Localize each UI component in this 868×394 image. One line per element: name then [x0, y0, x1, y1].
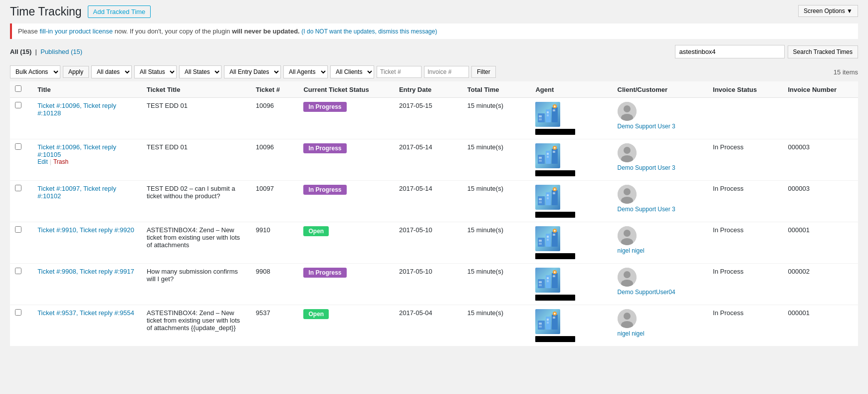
table-row: Ticket #:10097, Ticket reply #:10102TEST… — [10, 181, 858, 222]
search-tracked-times-input[interactable] — [675, 45, 785, 58]
entry-dates-filter[interactable]: All Entry Dates — [224, 65, 281, 78]
row-checkbox[interactable] — [15, 309, 21, 316]
row-action-trash[interactable]: Trash — [53, 158, 68, 165]
svg-rect-3 — [539, 115, 542, 117]
agent-name-bar — [535, 336, 575, 342]
tab-published[interactable]: Published (15) — [40, 48, 82, 55]
client-avatar-icon — [618, 185, 637, 204]
notice-dismiss-link[interactable]: (I do NOT want the updates, dismiss this… — [301, 28, 437, 35]
agent-name-bar — [535, 253, 575, 259]
invoice-status-cell: In Process — [708, 181, 783, 222]
table-row: Ticket #:9537, Ticket reply #:9554ASTEST… — [10, 305, 858, 347]
ticket-number-input[interactable] — [377, 66, 422, 78]
ticket-num-cell: 10096 — [251, 139, 299, 181]
title-link[interactable]: Ticket #:9537, Ticket reply #:9554 — [37, 309, 134, 317]
client-name-link[interactable]: Demo SupportUser04 — [618, 289, 675, 296]
ticket-title-cell: TEST EDD 01 — [142, 98, 251, 139]
title-link[interactable]: Ticket #:9908, Ticket reply #:9917 — [37, 268, 134, 275]
status-filter[interactable]: All Status — [134, 65, 177, 78]
agent-cell — [530, 305, 612, 347]
dates-filter[interactable]: All dates — [91, 65, 132, 78]
svg-point-54 — [624, 230, 631, 237]
col-header-status: Current Ticket Status — [298, 81, 394, 98]
col-header-checkbox — [10, 81, 32, 98]
apply-button[interactable]: Apply — [63, 66, 89, 78]
client-name-link[interactable]: Demo Support User 3 — [618, 164, 675, 171]
svg-rect-18 — [547, 153, 549, 155]
agent-avatar — [535, 226, 560, 251]
invoice-number-cell: 000003 — [783, 181, 859, 222]
svg-rect-48 — [539, 243, 542, 245]
svg-rect-76 — [539, 326, 542, 328]
screen-options-button[interactable]: Screen Options ▼ — [798, 5, 858, 17]
client-avatar-icon — [618, 226, 637, 245]
client-name-link[interactable]: Demo Support User 3 — [618, 123, 675, 130]
client-cell: nigel nigel — [613, 222, 708, 264]
svg-rect-5 — [553, 109, 555, 111]
client-avatar — [618, 226, 637, 245]
bulk-actions-select[interactable]: Bulk Actions — [10, 65, 60, 78]
row-checkbox[interactable] — [15, 143, 21, 150]
svg-rect-19 — [553, 151, 555, 153]
agent-isometric-icon — [537, 145, 559, 167]
select-all-checkbox[interactable] — [15, 85, 21, 92]
client-avatar-icon — [618, 268, 637, 287]
svg-rect-61 — [553, 275, 555, 277]
status-badge: In Progress — [303, 185, 346, 195]
entry-date-cell: 2017-05-14 — [394, 181, 462, 222]
row-checkbox[interactable] — [15, 226, 21, 233]
svg-rect-63 — [547, 280, 549, 282]
add-tracked-time-button[interactable]: Add Tracked Time — [88, 5, 151, 18]
row-checkbox[interactable] — [15, 102, 21, 108]
clients-filter[interactable]: All Clients — [330, 65, 374, 78]
table-row: Ticket #:9908, Ticket reply #:9917How ma… — [10, 264, 858, 305]
svg-rect-35 — [547, 197, 549, 199]
entry-date-cell: 2017-05-14 — [394, 139, 462, 181]
states-filter[interactable]: All States — [179, 65, 221, 78]
svg-rect-77 — [547, 322, 549, 324]
invoice-status-cell: In Process — [708, 305, 783, 347]
client-avatar — [618, 268, 637, 287]
title-link[interactable]: Ticket #:10097, Ticket reply #:10102 — [37, 185, 116, 200]
invoice-status-cell: In Process — [708, 222, 783, 264]
total-time-cell: 15 minute(s) — [462, 181, 531, 222]
row-checkbox[interactable] — [15, 185, 21, 191]
svg-rect-56 — [538, 279, 545, 288]
ticket-title-cell: ASTESTINBOX4: Zend – New ticket from exi… — [142, 222, 251, 264]
total-time-cell: 15 minute(s) — [462, 222, 531, 264]
agent-avatar — [535, 143, 560, 168]
title-link[interactable]: Ticket #:10096, Ticket reply #:10128 — [37, 102, 116, 117]
filter-button[interactable]: Filter — [471, 66, 496, 78]
invoice-status-cell — [708, 98, 783, 139]
svg-rect-33 — [553, 192, 555, 194]
client-name-link[interactable]: nigel nigel — [618, 247, 645, 254]
agent-name-bar — [535, 295, 575, 301]
ticket-title-cell: ASTESTINBOX4: Zend – New ticket from exi… — [142, 305, 251, 347]
svg-point-12 — [624, 105, 631, 112]
notice-license-link[interactable]: fill-in your product license — [39, 27, 113, 35]
tab-all[interactable]: All (15) — [10, 48, 33, 55]
svg-rect-28 — [538, 196, 545, 205]
agents-filter[interactable]: All Agents — [283, 65, 328, 78]
svg-rect-6 — [539, 118, 542, 120]
svg-rect-45 — [539, 240, 542, 242]
ticket-num-cell: 9908 — [251, 264, 299, 305]
svg-rect-20 — [539, 160, 542, 162]
row-action-edit[interactable]: Edit — [37, 158, 48, 165]
agent-isometric-icon — [537, 103, 559, 125]
client-name-link[interactable]: nigel nigel — [618, 330, 645, 337]
svg-rect-17 — [539, 157, 542, 159]
svg-rect-34 — [539, 201, 542, 203]
title-link[interactable]: Ticket #:10096, Ticket reply #:10105 — [37, 143, 116, 158]
title-link[interactable]: Ticket #:9910, Ticket reply #:9920 — [37, 226, 134, 234]
search-tracked-times-button[interactable]: Search Tracked Times — [788, 45, 858, 58]
total-time-cell: 15 minute(s) — [462, 98, 531, 139]
svg-rect-32 — [547, 194, 549, 196]
row-checkbox[interactable] — [15, 268, 21, 274]
svg-rect-46 — [547, 236, 549, 238]
client-name-link[interactable]: Demo Support User 3 — [618, 206, 675, 213]
svg-rect-60 — [547, 277, 549, 279]
subsubsub: All (15) | Published (15) — [10, 48, 82, 55]
invoice-number-input[interactable] — [424, 66, 469, 78]
svg-rect-7 — [547, 114, 549, 116]
